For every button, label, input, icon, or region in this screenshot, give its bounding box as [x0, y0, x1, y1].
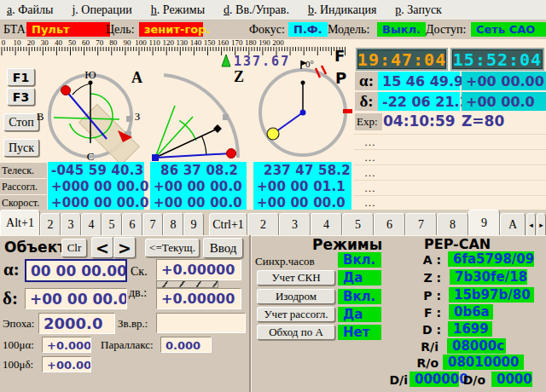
menu-bar: a. Файлы j. Операции h. Режимы d. Вв./Уп… — [0, 0, 546, 20]
menu-files[interactable]: a. Файлы — [7, 3, 53, 17]
start-button[interactable]: Пуск — [3, 139, 39, 157]
svg-text:150: 150 — [204, 38, 216, 47]
speed-a-value: +000 00 00.0 — [48, 194, 144, 210]
epoch-input[interactable]: 2000.0 — [38, 313, 115, 334]
pepcan-z-value: 7b30fe/18 — [450, 269, 527, 285]
epoch-label: Эпоха: — [3, 317, 34, 331]
pepcan-ri-label: R/i — [410, 340, 439, 354]
copy-current-button[interactable]: <=Текущ. — [145, 239, 200, 257]
svg-text:140: 140 — [190, 38, 202, 47]
pepcan-a-value: 6fa5798/09 — [448, 251, 534, 267]
target-label: Цель: — [106, 23, 135, 37]
info-row: … — [354, 195, 546, 210]
mismatch-p-value: +00 00 01.1 — [253, 178, 351, 194]
star-time-label: Зв.вр.: — [118, 317, 148, 331]
svg-text:З: З — [135, 110, 141, 123]
speed-label-2: дв.: — [129, 286, 147, 300]
tab-alt-6[interactable]: 6 — [122, 213, 142, 235]
isodrome-toggle-button[interactable]: Изодром — [257, 289, 335, 304]
tab-ctrl-5[interactable]: 5 — [342, 213, 374, 235]
tab-alt-5[interactable]: 5 — [102, 213, 122, 235]
tab-a[interactable]: A — [500, 213, 526, 235]
alpha-label: α: — [355, 72, 378, 90]
mismatch-z-value: +00 00 00.0 — [150, 178, 247, 194]
clear-button[interactable]: Clr — [61, 239, 87, 257]
enter-button[interactable]: Ввод — [203, 238, 243, 258]
svg-text:20: 20 — [27, 38, 36, 47]
tab-ctrl-6[interactable]: 6 — [374, 213, 405, 235]
tab-ctrl-3[interactable]: 3 — [279, 213, 311, 235]
delta-value: -22 06 21.2 — [378, 92, 460, 111]
tab-scroll-left-icon[interactable]: ◂ — [526, 213, 536, 235]
bta-telescope-control-window: { "menu": {"items": [ {"key":"a","label"… — [0, 0, 546, 392]
mu-delta-label: 100μδ: — [3, 358, 33, 372]
tab-ctrl-1[interactable]: Ctrl+1 — [209, 213, 247, 235]
proper-motion-ra-input[interactable]: +0.00000 — [156, 259, 241, 280]
pepcan-di-label: D/i — [384, 373, 408, 387]
svg-text:160: 160 — [218, 38, 229, 47]
svg-text:120: 120 — [162, 38, 174, 47]
tab-ctrl-2[interactable]: 2 — [247, 213, 279, 235]
tab-alt-8[interactable]: 8 — [163, 213, 183, 235]
mu-alpha-input[interactable]: +0.000 — [42, 337, 91, 353]
mu-alpha-label: 100μα: — [3, 338, 34, 352]
menu-indication[interactable]: b. Индикация — [308, 3, 376, 17]
proper-motion-dec-input[interactable]: +0.00000 — [156, 288, 241, 309]
object-delta-input[interactable]: +00 00 00.0 — [25, 288, 127, 309]
svg-text:50: 50 — [68, 38, 77, 47]
telescope-a-value: -045 59 40.3 — [48, 162, 144, 178]
clock-sync-label: Синхр.часов — [255, 255, 315, 268]
menu-modes[interactable]: h. Режимы — [151, 3, 205, 17]
info-row: … — [354, 134, 546, 149]
f1-button[interactable]: F1 — [7, 68, 35, 86]
pepcan-a-label: A : — [410, 253, 441, 267]
telescope-row-label: Телеск. — [0, 163, 47, 178]
tab-ctrl-8[interactable]: 8 — [437, 213, 468, 235]
svg-text:80: 80 — [109, 38, 118, 47]
telescope-p-value: 237 47 58.2 — [253, 162, 351, 178]
tab-alt-2[interactable]: 2 — [40, 213, 61, 235]
exp-label: Exp: — [355, 113, 382, 130]
svg-text:60: 60 — [82, 38, 90, 47]
skn-toggle-button[interactable]: Учет СКН — [257, 270, 335, 285]
tab-alt-7[interactable]: 7 — [142, 213, 163, 235]
parallax-input[interactable]: 0.000 — [160, 337, 212, 353]
tab-alt-3[interactable]: 3 — [61, 213, 81, 235]
target-indicator: зенит-гор. — [139, 22, 203, 37]
alpha-offset-value: +00 00.00 — [462, 72, 546, 90]
clock-sync-value: Вкл. — [338, 252, 381, 268]
object-delta-label: δ: — [3, 288, 18, 309]
tab-ctrl-9[interactable]: 9 — [468, 210, 500, 235]
utc-clock: 19:47:04 — [356, 48, 448, 71]
f3-button[interactable]: F3 — [7, 88, 35, 106]
mismatch-toggle-button[interactable]: Учет рассогл. — [257, 307, 335, 322]
info-row: … — [354, 164, 546, 180]
tab-ctrl-7[interactable]: 7 — [405, 213, 437, 235]
menu-launch[interactable]: p. Запуск — [395, 3, 442, 17]
mu-delta-input[interactable]: +00.00 — [42, 356, 91, 372]
tab-scroll-right-icon[interactable]: ▸ — [537, 213, 546, 235]
speed-z-value: +00 00 00.0 — [150, 194, 247, 210]
object-alpha-input[interactable]: 00 00 00.00 — [25, 259, 127, 282]
prev-object-button[interactable]: < — [91, 237, 113, 258]
dial-a-letter: А — [131, 69, 142, 86]
tab-ctrl-4[interactable]: 4 — [311, 213, 342, 235]
info-row: … — [354, 149, 546, 164]
stop-button[interactable]: Стоп — [3, 113, 39, 131]
tab-alt-4[interactable]: 4 — [81, 213, 102, 235]
model-label: Модель: — [328, 23, 369, 37]
svg-text:С: С — [87, 150, 95, 162]
svg-text:Ю: Ю — [84, 68, 96, 81]
tab-alt-9[interactable]: 9 — [183, 213, 204, 235]
next-object-button[interactable]: > — [113, 237, 136, 258]
speed-splitter-handle[interactable] — [156, 280, 218, 288]
svg-text:90: 90 — [123, 38, 131, 47]
menu-operations[interactable]: j. Операции — [72, 3, 131, 17]
svg-text:170: 170 — [231, 38, 243, 47]
speed-row-label: Скорост. — [0, 195, 47, 210]
star-time-input[interactable] — [156, 313, 246, 333]
menu-io-control[interactable]: d. Вв./Управ. — [224, 3, 289, 17]
object-section-title: Объект — [4, 239, 66, 256]
tab-alt-1[interactable]: Alt+1 — [0, 210, 40, 235]
azimuth-bypass-button[interactable]: Обход по А — [257, 325, 335, 340]
